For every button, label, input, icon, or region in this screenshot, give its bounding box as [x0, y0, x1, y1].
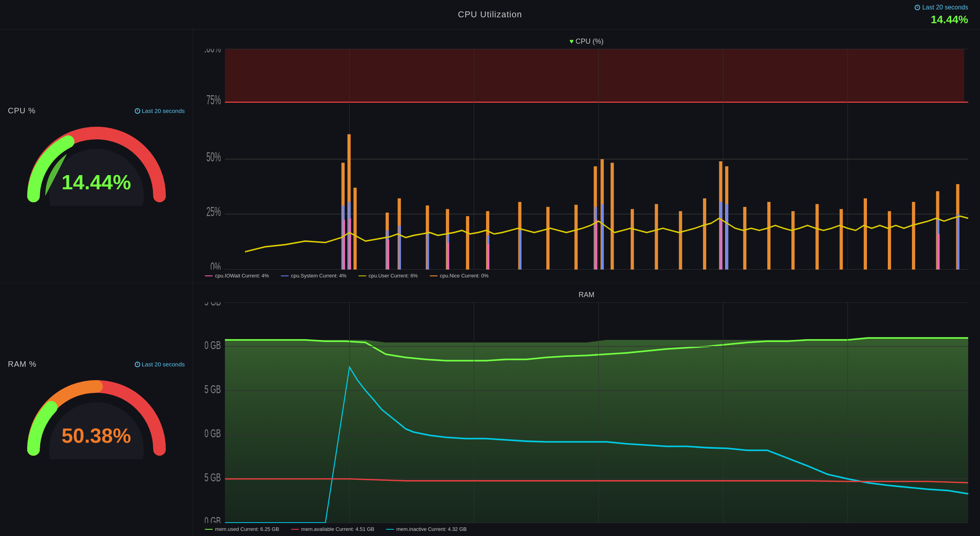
system-color [281, 275, 289, 276]
cpu-gauge-section: CPU % Last 20 seconds [0, 30, 193, 283]
ram-gauge-time: Last 20 seconds [135, 361, 185, 368]
svg-rect-72 [387, 240, 389, 270]
svg-rect-48 [791, 211, 794, 270]
svg-text:4.0 GB: 4.0 GB [205, 514, 221, 523]
top-bar: CPU Utilization Last 20 seconds 14.44% [0, 0, 980, 30]
ram-gauge-value: 50.38% [61, 424, 131, 447]
mem-available-label: mem.available Current: 4.51 GB [301, 526, 375, 532]
svg-rect-73 [447, 242, 449, 270]
svg-rect-35 [546, 207, 549, 270]
cpu-chart-area: 100% 75% 50% 25% 0% 12:30 12:35 12:40 12… [205, 49, 968, 270]
svg-rect-53 [912, 202, 915, 270]
page-title: CPU Utilization [458, 9, 522, 20]
svg-rect-52 [888, 211, 891, 270]
main-layout: CPU % Last 20 seconds [0, 30, 980, 536]
svg-text:6.0 GB: 6.0 GB [205, 338, 221, 351]
clock-icon [915, 5, 920, 10]
legend-mem-inactive: mem.inactive Current: 4.32 GB [386, 526, 466, 532]
svg-rect-27 [353, 188, 356, 270]
cpu-gauge-time: Last 20 seconds [135, 107, 185, 114]
legend-iowait: cpu.IOWait Current: 4% [205, 273, 269, 279]
svg-rect-60 [427, 233, 429, 270]
mem-available-color [291, 529, 299, 530]
nice-color [430, 275, 438, 276]
svg-rect-59 [399, 225, 401, 270]
mem-inactive-label: mem.inactive Current: 4.32 GB [396, 526, 466, 532]
cpu-gauge-title: CPU % [8, 106, 36, 115]
legend-system: cpu.System Current: 4% [281, 273, 347, 279]
svg-rect-70 [343, 220, 345, 270]
svg-text:50%: 50% [206, 150, 221, 164]
svg-rect-41 [655, 204, 658, 270]
svg-rect-76 [720, 218, 722, 270]
svg-rect-50 [840, 209, 843, 270]
svg-text:100%: 100% [205, 49, 221, 55]
ram-gauge-header: RAM % Last 20 seconds [8, 360, 185, 369]
svg-text:0%: 0% [210, 260, 221, 270]
cpu-clock-icon [135, 108, 140, 114]
system-label: cpu.System Current: 4% [291, 273, 347, 279]
iowait-color [205, 275, 213, 276]
svg-rect-43 [703, 198, 706, 270]
legend-nice: cpu.Nice Current: 0% [430, 273, 489, 279]
svg-rect-3 [225, 49, 964, 102]
nice-label: cpu.Nice Current: 0% [440, 273, 489, 279]
ram-chart-title: RAM [205, 291, 968, 299]
cpu-gauge-header: CPU % Last 20 seconds [8, 106, 185, 115]
legend-mem-available: mem.available Current: 4.51 GB [291, 526, 375, 532]
svg-text:5.0 GB: 5.0 GB [205, 427, 221, 440]
ram-gauge-title: RAM % [8, 360, 37, 369]
svg-rect-71 [349, 218, 351, 270]
svg-rect-51 [864, 198, 867, 270]
legend-mem-used: mem.used Current: 6.25 GB [205, 526, 279, 532]
svg-rect-36 [574, 205, 577, 270]
mem-used-color [205, 529, 213, 530]
svg-rect-46 [743, 207, 746, 270]
svg-text:6.5 GB: 6.5 GB [205, 302, 221, 308]
svg-marker-79 [225, 338, 968, 523]
svg-rect-77 [937, 234, 939, 270]
svg-rect-42 [679, 211, 682, 270]
left-panel: CPU % Last 20 seconds [0, 30, 193, 536]
legend-user: cpu.User Current: 6% [358, 273, 418, 279]
svg-rect-32 [466, 216, 469, 270]
mem-inactive-color [386, 529, 394, 530]
ram-gauge-container: 50.38% [22, 373, 171, 459]
cpu-gauge-value: 14.44% [61, 170, 131, 194]
ram-clock-icon [135, 362, 140, 367]
cpu-chart-title: ♥ CPU (%) [205, 37, 968, 46]
ram-chart-svg: 6.5 GB 6.0 GB 5.5 GB 5.0 GB 4.5 GB 4.0 G… [205, 302, 968, 523]
svg-rect-75 [595, 220, 597, 270]
svg-rect-40 [631, 209, 634, 270]
cpu-chart-section: ♥ CPU (%) 100% 75% [193, 30, 980, 283]
svg-text:4.5 GB: 4.5 GB [205, 471, 221, 484]
user-label: cpu.User Current: 6% [369, 273, 418, 279]
mem-used-label: mem.used Current: 6.25 GB [215, 526, 279, 532]
svg-rect-65 [601, 204, 604, 270]
cpu-chart-svg: 100% 75% 50% 25% 0% 12:30 12:35 12:40 12… [205, 49, 968, 270]
svg-rect-69 [957, 214, 959, 270]
svg-rect-39 [611, 163, 614, 270]
user-color [358, 275, 366, 276]
svg-rect-63 [519, 230, 522, 270]
iowait-label: cpu.IOWait Current: 4% [215, 273, 269, 279]
svg-rect-67 [726, 204, 728, 270]
cpu-gauge-container: 14.44% [22, 119, 171, 206]
header-time: Last 20 seconds [915, 4, 968, 11]
right-panel: ♥ CPU (%) 100% 75% [193, 30, 980, 536]
cpu-legend: cpu.IOWait Current: 4% cpu.System Curren… [205, 273, 968, 279]
svg-text:75%: 75% [206, 93, 221, 107]
svg-rect-47 [767, 202, 770, 270]
svg-text:25%: 25% [206, 205, 221, 219]
svg-text:5.5 GB: 5.5 GB [205, 383, 221, 396]
header-cpu-value: 14.44% [931, 13, 968, 26]
svg-rect-74 [487, 244, 489, 270]
svg-rect-49 [815, 204, 819, 270]
ram-chart-section: RAM [193, 283, 980, 536]
cpu-chart-icon: ♥ [570, 37, 574, 45]
ram-gauge-section: RAM % Last 20 seconds [0, 283, 193, 536]
ram-chart-area: 6.5 GB 6.0 GB 5.5 GB 5.0 GB 4.5 GB 4.0 G… [205, 302, 968, 523]
ram-legend: mem.used Current: 6.25 GB mem.available … [205, 526, 968, 532]
